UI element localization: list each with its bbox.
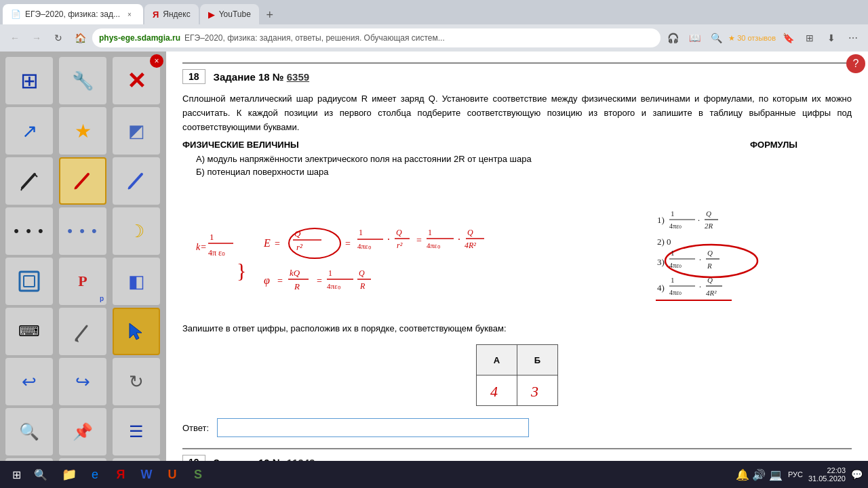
- sidebar-item-frame[interactable]: [5, 258, 53, 305]
- svg-text:2R: 2R: [705, 222, 713, 230]
- tab-ege-close[interactable]: ×: [124, 9, 135, 20]
- audio-button[interactable]: 🎧: [663, 28, 682, 47]
- taskbar-app-edge[interactable]: e: [83, 462, 107, 487]
- task18-item-b: Б) потенциал поверхности шара: [196, 167, 852, 177]
- sidebar-item-redo[interactable]: ↪: [59, 358, 106, 405]
- taskbar-app-explorer[interactable]: 📁: [57, 462, 81, 487]
- sidebar-item-pencil[interactable]: [59, 308, 106, 355]
- address-bar[interactable]: phys-ege.sdamgia.ru ЕГЭ–2020, физика: за…: [92, 28, 660, 47]
- lines-icon: ☰: [129, 422, 144, 441]
- download-button[interactable]: ⬇: [822, 28, 841, 47]
- svg-text:Q: Q: [396, 228, 402, 237]
- sidebar-item-wrench[interactable]: 🔧: [59, 57, 106, 104]
- sidebar-item-magnify[interactable]: 🔍: [5, 408, 53, 455]
- task19-link[interactable]: 11942: [287, 457, 315, 461]
- sidebar-item-lines[interactable]: ☰: [113, 408, 160, 455]
- sidebar-item-chart[interactable]: 📊: [59, 458, 106, 461]
- taskbar-search[interactable]: 🔍: [30, 464, 52, 485]
- svg-text:4πε₀: 4πε₀: [357, 242, 372, 250]
- magnify-icon: 🔍: [19, 422, 39, 441]
- taskbar-date: 31.05.2020: [808, 474, 846, 483]
- sidebar-item-star[interactable]: ★: [59, 107, 106, 155]
- sidebar-item-keyboard[interactable]: ⌨: [5, 308, 53, 355]
- taskbar-start[interactable]: ⊞: [5, 464, 27, 485]
- sidebar-item-eraser[interactable]: ◩: [113, 107, 160, 155]
- sidebar-item-dots2[interactable]: • • •: [59, 207, 106, 255]
- eraser-icon: ◩: [128, 121, 145, 142]
- svg-text:4): 4): [657, 283, 665, 293]
- sidebar-grid: ⊞ 🔧 ✕ ↗ ★ ◩: [0, 52, 166, 461]
- tab-ege[interactable]: 📄 ЕГЭ–2020, физика: зад... ×: [3, 4, 143, 24]
- sidebar-item-crescent[interactable]: ☽: [113, 207, 160, 255]
- tab-youtube[interactable]: ▶ YouTube: [200, 4, 259, 24]
- home-button[interactable]: 🏠: [71, 28, 90, 47]
- pen-blue-icon: [124, 169, 149, 193]
- taskbar-app-u[interactable]: U: [160, 462, 184, 487]
- browser-toolbar: ← → ↻ 🏠 phys-ege.sdamgia.ru ЕГЭ–2020, фи…: [0, 24, 868, 52]
- task18-link[interactable]: 6359: [287, 71, 309, 83]
- svg-text:4πε₀: 4πε₀: [427, 241, 441, 249]
- task18-item-a: А) модуль напряжённости электрического п…: [196, 154, 852, 164]
- page-content: ? 18 Задание 18 № 6359 Сплошной металлич…: [166, 52, 868, 461]
- puzzle-icon: ⊞: [20, 68, 39, 94]
- search-button[interactable]: 🔍: [707, 28, 726, 47]
- col-b-header: Б: [517, 345, 558, 375]
- bookmark-button[interactable]: 🔖: [778, 28, 797, 47]
- sidebar-item-book[interactable]: 📗: [5, 458, 53, 461]
- new-tab-button[interactable]: +: [260, 5, 279, 24]
- sidebar-item-share[interactable]: ⤴: [113, 458, 160, 461]
- svg-text:=: =: [317, 276, 322, 286]
- forward-button[interactable]: →: [27, 28, 46, 47]
- sidebar-item-puzzle[interactable]: ⊞: [5, 57, 53, 104]
- back-button[interactable]: ←: [5, 28, 24, 47]
- help-button[interactable]: ?: [846, 54, 865, 73]
- collections-button[interactable]: ⊞: [800, 28, 819, 47]
- sidebar-item-p[interactable]: P p: [59, 258, 106, 305]
- reload-button[interactable]: ↻: [49, 28, 68, 47]
- taskbar-right: 🔔 🔊 💻 РУС 22:03 31.05.2020 💬: [736, 466, 863, 483]
- taskbar-app-word[interactable]: W: [134, 462, 159, 487]
- svg-text:R: R: [294, 281, 300, 291]
- taskbar-app-yandex[interactable]: Я: [108, 462, 133, 487]
- sidebar-item-arrow[interactable]: ↗: [5, 107, 53, 155]
- svg-text:1: 1: [328, 268, 332, 278]
- sidebar-close-button[interactable]: ×: [150, 54, 163, 68]
- sidebar-item-rubber[interactable]: ◧: [113, 258, 160, 305]
- reviews-button[interactable]: ★ 30 отзывов: [728, 34, 776, 43]
- reader-button[interactable]: 📖: [685, 28, 704, 47]
- svg-line-9: [76, 326, 87, 340]
- svg-text:3): 3): [657, 257, 665, 267]
- svg-text:4πε₀: 4πε₀: [669, 222, 682, 230]
- tab-ege-label: ЕГЭ–2020, физика: зад...: [25, 9, 120, 19]
- svg-text:=: =: [345, 239, 351, 249]
- svg-text:4R²: 4R²: [465, 241, 476, 250]
- taskbar-notification: 💬: [851, 469, 863, 480]
- sidebar-item-undo[interactable]: ↩: [5, 358, 53, 405]
- sidebar-item-refresh[interactable]: ↻: [113, 358, 160, 405]
- sidebar-item-pen-blue[interactable]: [113, 157, 160, 205]
- address-title: ЕГЭ–2020, физика: задания, ответы, решен…: [184, 33, 445, 43]
- settings-button[interactable]: ⋯: [844, 28, 863, 47]
- section-phys-label: ФИЗИЧЕСКИЕ ВЕЛИЧИНЫ: [182, 140, 299, 150]
- svg-line-5: [130, 174, 142, 188]
- sidebar-item-dots1[interactable]: • • •: [5, 207, 53, 255]
- sidebar-item-pen-black[interactable]: [5, 157, 53, 205]
- task18-title: Задание 18 № 6359: [214, 71, 310, 83]
- svg-text:R: R: [707, 262, 712, 270]
- svg-marker-11: [130, 323, 142, 340]
- sidebar-item-pin[interactable]: 📌: [59, 408, 106, 455]
- svg-text:4R²: 4R²: [706, 289, 717, 297]
- svg-text:1: 1: [210, 232, 214, 242]
- svg-text:Q: Q: [294, 228, 301, 239]
- answer-input[interactable]: [217, 418, 529, 437]
- close-icon: ✕: [127, 67, 146, 94]
- sidebar-item-pen-red[interactable]: [59, 157, 106, 205]
- content-inner: 18 Задание 18 № 6359 Сплошной металличес…: [166, 52, 868, 461]
- svg-text:Q: Q: [359, 268, 365, 278]
- redo-icon: ↪: [75, 371, 90, 392]
- sidebar-item-pointer[interactable]: [113, 308, 160, 355]
- taskbar-app-s[interactable]: S: [186, 462, 210, 487]
- svg-text:4πε₀: 4πε₀: [327, 282, 341, 290]
- tab-yandex[interactable]: Я Яндекс: [144, 4, 199, 24]
- star-icon: ★: [75, 120, 92, 142]
